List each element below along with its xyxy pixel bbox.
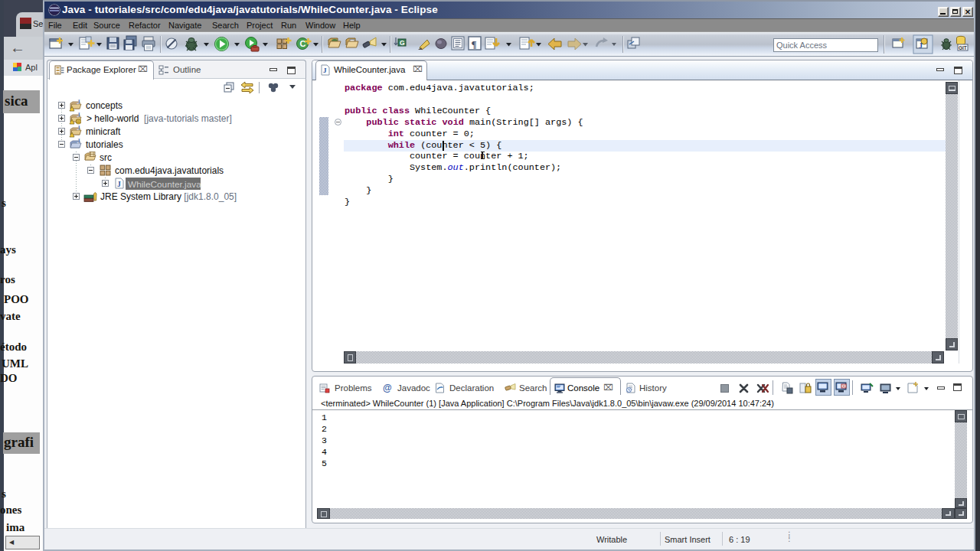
svg-text:C: C <box>300 39 306 48</box>
svg-text:J: J <box>919 41 923 50</box>
svg-text:J: J <box>117 181 121 188</box>
svg-text:¶: ¶ <box>472 38 477 50</box>
svg-text:GIT: GIT <box>959 45 967 51</box>
svg-text:J: J <box>323 67 327 74</box>
svg-text:G: G <box>400 39 405 47</box>
